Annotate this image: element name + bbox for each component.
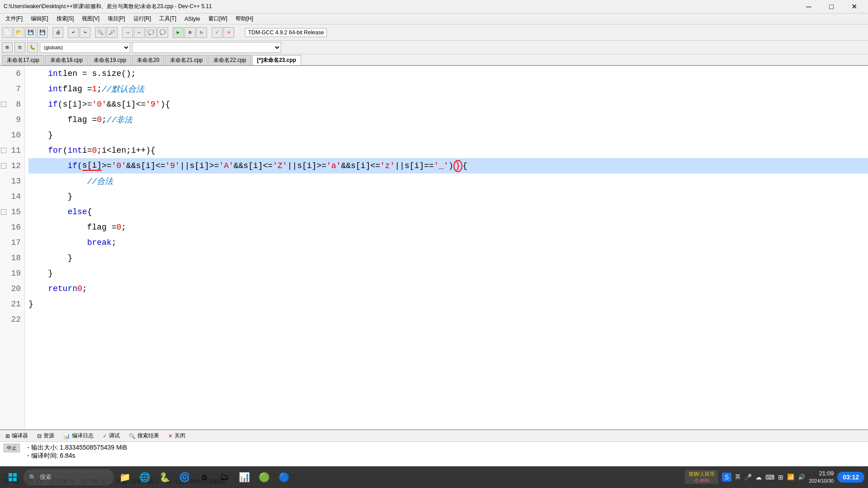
menu-window[interactable]: 窗口[W]: [205, 14, 231, 23]
compile-btn[interactable]: ⚙: [184, 27, 195, 38]
mic-icon[interactable]: 🎤: [744, 474, 752, 481]
debug2-btn[interactable]: 🐛: [27, 42, 38, 53]
code-area[interactable]: int len = s.size(); int flag = 1;//默认合法 …: [25, 66, 868, 429]
search-placeholder: 搜索: [40, 473, 52, 481]
sound-icon[interactable]: 🔊: [798, 474, 805, 480]
minimize-button[interactable]: ─: [798, 0, 819, 14]
compile-run-btn[interactable]: ▶: [173, 27, 184, 38]
line-num-19: 19: [0, 266, 24, 281]
taskbar-search[interactable]: 🔍 搜索: [24, 469, 114, 485]
line-num-13: 13: [0, 174, 24, 189]
find-btn[interactable]: 🔍: [95, 27, 106, 38]
bottom-tab-resources[interactable]: ⊟ 资源: [33, 431, 58, 441]
line-numbers: 6 7 - 8 9 10 - 11 - 12 13 14 - 15 16 17 …: [0, 66, 25, 429]
stock-widget: 英镑/人民币 -0.46%: [685, 470, 718, 484]
tab-file-17[interactable]: 未命名17.cpp: [2, 55, 44, 65]
bottom-tab-log[interactable]: 📊 编译日志: [60, 431, 97, 441]
redo-btn[interactable]: ↪: [80, 27, 90, 38]
compiler-icon: ⊞: [5, 433, 10, 439]
taskbar-right: 英镑/人民币 -0.46% S 英 🎤 ☁ ⌨ ⊞ 📶 🔊 21:09 2024…: [685, 469, 864, 485]
code-line-18: }: [28, 250, 868, 266]
search-icon: 🔍: [129, 433, 136, 439]
fold-15[interactable]: -: [1, 209, 6, 215]
tab-file-21[interactable]: 未命名21.cpp: [165, 55, 208, 65]
time-display: 21:09 2024/10/30: [809, 469, 834, 485]
new-btn[interactable]: 📄: [2, 27, 13, 38]
taskbar-app4[interactable]: 🔵: [275, 468, 293, 486]
function-select[interactable]: [132, 42, 281, 53]
comment-btn[interactable]: 💬: [146, 27, 156, 38]
code-line-15: else{: [28, 204, 868, 220]
globals-select[interactable]: (globals): [40, 42, 130, 53]
tab-file-19[interactable]: 未命名19.cpp: [89, 55, 131, 65]
stop-compile-btn[interactable]: 中止: [4, 444, 20, 452]
taskbar-app1[interactable]: 🗂: [215, 468, 233, 486]
menu-edit[interactable]: 编辑[E]: [27, 14, 52, 23]
cloud-icon[interactable]: ☁: [755, 474, 762, 481]
bottom-tab-search[interactable]: 🔍 搜索结果: [125, 431, 163, 441]
save-all-btn[interactable]: 💾: [37, 27, 48, 38]
keyboard-icon[interactable]: ⌨: [765, 474, 774, 481]
maximize-button[interactable]: □: [821, 0, 842, 14]
menu-view[interactable]: 视图[V]: [78, 14, 103, 23]
taskbar-app2[interactable]: 📊: [235, 468, 253, 486]
window-title: C:\Users\waker\Desktop\c++班课\前缀和、差分与离散化\…: [4, 3, 212, 10]
menu-astyle[interactable]: AStyle: [181, 15, 204, 23]
class-browser-btn[interactable]: ⊞: [2, 42, 13, 53]
taskbar-settings[interactable]: ⚙️: [195, 468, 213, 486]
svg-rect-3: [13, 478, 17, 481]
bottom-tab-close[interactable]: ✕ 关闭: [165, 431, 189, 441]
bottom-tab-compiler[interactable]: ⊞ 编译器: [2, 431, 32, 441]
menu-project[interactable]: 项目[P]: [104, 14, 129, 23]
debug-btn[interactable]: ✓: [212, 27, 222, 38]
print-btn[interactable]: 🖨: [52, 27, 63, 38]
fold-11[interactable]: -: [1, 148, 6, 153]
run-btn[interactable]: ▷: [196, 27, 207, 38]
menu-run[interactable]: 运行[R]: [130, 14, 155, 23]
app-icons[interactable]: ⊞: [778, 474, 783, 481]
taskbar: 🔍 搜索 📁 🌐 🐍 🌀 ⚙️ 🗂 📊 🟢 🔵 英镑/人民币 -0.46% S …: [0, 466, 868, 488]
unindent-btn[interactable]: ←: [134, 27, 145, 38]
taskbar-app3[interactable]: 🟢: [255, 468, 273, 486]
code-line-13: //合法: [28, 174, 868, 189]
open-btn[interactable]: 📂: [14, 27, 24, 38]
tab-file-18[interactable]: 未命名18.cpp: [45, 55, 88, 65]
taskbar-chrome[interactable]: 🌐: [136, 468, 154, 486]
tab-file-20[interactable]: 未命名20: [132, 55, 164, 65]
lang-en: 英: [735, 473, 741, 481]
resources-label: 资源: [43, 432, 54, 440]
close-button[interactable]: ✕: [844, 0, 864, 14]
taskbar-python[interactable]: 🐍: [156, 468, 174, 486]
fold-12[interactable]: -: [1, 163, 6, 169]
bottom-tab-debug[interactable]: ✓ 调试: [99, 431, 123, 441]
svg-rect-1: [13, 473, 17, 477]
menu-tools[interactable]: 工具[T]: [156, 14, 180, 23]
resources-btn[interactable]: ⊟: [14, 42, 25, 53]
start-button[interactable]: [4, 468, 22, 486]
indent-btn[interactable]: →: [122, 27, 133, 38]
save-btn[interactable]: 💾: [25, 27, 36, 38]
menu-search[interactable]: 搜索[S]: [53, 14, 78, 23]
taskbar-file-explorer[interactable]: 📁: [116, 468, 134, 486]
menu-help[interactable]: 帮助[H]: [232, 14, 257, 23]
network-icon[interactable]: 📶: [787, 474, 794, 480]
tab-file-22[interactable]: 未命名22.cpp: [208, 55, 251, 65]
tab-file-23[interactable]: [*]未命名23.cpp: [252, 55, 302, 65]
input-method-icon[interactable]: S: [722, 473, 731, 482]
window-controls: ─ □ ✕: [798, 0, 864, 14]
code-line-14: }: [28, 189, 868, 204]
replace-btn[interactable]: 🔎: [107, 27, 118, 38]
undo-btn[interactable]: ↩: [68, 27, 79, 38]
debug-label: 调试: [109, 432, 120, 440]
svg-rect-0: [9, 473, 12, 477]
menu-file[interactable]: 文件[F]: [2, 14, 26, 23]
compile-time: - 编译时间: 6.84s: [27, 452, 127, 460]
code-line-22: [28, 312, 868, 327]
clock-time: 21:09: [809, 469, 834, 478]
taskbar-edge[interactable]: 🌀: [175, 468, 193, 486]
stop-btn[interactable]: ✕: [223, 27, 234, 38]
code-line-8: if(s[i]>='0'&&s[i]<='9'){: [28, 97, 868, 112]
weather-widget: 03:12: [837, 472, 864, 483]
uncomment-btn[interactable]: 💬: [157, 27, 168, 38]
fold-8[interactable]: -: [1, 102, 6, 107]
